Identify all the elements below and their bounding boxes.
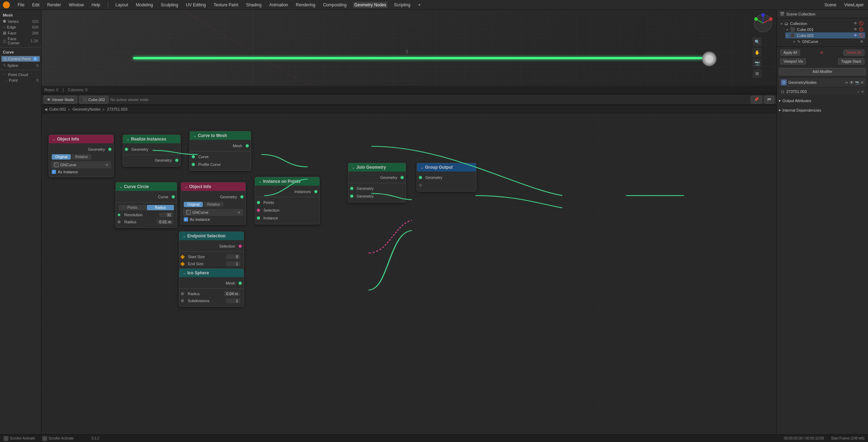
cube002-restrict-icon[interactable]: 🚫: [859, 33, 864, 38]
cube002-item[interactable]: ▸ ⬛ Cube.002 👁 🚫: [785, 32, 865, 38]
objectinfo1-original-btn[interactable]: Original: [52, 154, 71, 160]
collapse-icon-endpoint[interactable]: ⌄: [183, 234, 186, 238]
gncurve-eye-icon[interactable]: 👁: [860, 39, 864, 44]
node-curve-to-mesh[interactable]: ⌄ Curve to Mesh Mesh Curve: [189, 131, 251, 171]
workspace-shading[interactable]: Shading: [245, 2, 263, 8]
menu-help[interactable]: Help: [90, 2, 102, 8]
curvecircle-points-tab[interactable]: Points: [119, 205, 146, 210]
cube001-eye-icon[interactable]: 👁: [854, 27, 857, 32]
icosphere-radius-value[interactable]: 0.04 m: [224, 291, 240, 296]
viewport-3d[interactable]: 🔍 ✋ 📷 ⊞ Rows: 0 | Columns: 0 ⇕: [42, 10, 776, 94]
node-editor[interactable]: 👁 Viewer Node ⬛ Cube.002 No active viewe…: [42, 94, 776, 442]
node-object-info-1[interactable]: ⌄ Object Info Geometry Original Relative: [49, 135, 114, 177]
scroller2-item[interactable]: ↕ Scroller Activate: [42, 436, 74, 441]
apply-all-btn[interactable]: Apply All: [780, 50, 800, 56]
collapse-icon-instanceonpoints[interactable]: ⌄: [258, 180, 261, 183]
collapse-icon-curvetomesh[interactable]: ⌄: [193, 134, 196, 138]
endpoint-startsize-value[interactable]: 0: [226, 254, 240, 259]
icosphere-subdiv-value[interactable]: 1: [226, 298, 240, 303]
internal-dependencies-header[interactable]: ▸ Internal Dependencies: [779, 107, 866, 113]
cube001-restrict-icon[interactable]: 🚫: [859, 27, 864, 32]
collection-root[interactable]: ▸ 🗂 Collection 👁 🚫: [780, 20, 865, 26]
breadcrumb-cube002[interactable]: Cube.002: [49, 107, 66, 111]
cube002-eye-icon[interactable]: 👁: [854, 33, 857, 38]
viewlayer-name[interactable]: ViewLayer: [843, 2, 865, 8]
workspace-layout[interactable]: Layout: [114, 2, 130, 8]
curvecircle-radius-tab[interactable]: Radius: [147, 205, 174, 210]
node-object-info-2[interactable]: ⌄ Object Info Geometry Original Relative: [181, 182, 246, 225]
collapse-icon-objectinfo2[interactable]: ⌄: [185, 185, 187, 189]
node-instance-on-points[interactable]: ⌄ Instance on Points Instances Points: [255, 177, 320, 224]
workspace-compositing[interactable]: Compositing: [321, 2, 348, 8]
toggle-stack-btn[interactable]: Toggle Stack: [838, 58, 864, 64]
modifier-expand-icon[interactable]: ⤢: [857, 90, 860, 94]
scene-name[interactable]: Scene: [823, 2, 838, 8]
modifier-value-row[interactable]: ⬡ 273751.003 ⤢ ✕: [779, 88, 866, 95]
collection-eye-icon[interactable]: 👁: [854, 21, 857, 26]
vp-hand-icon[interactable]: ✋: [753, 48, 762, 57]
viewport-vis-btn[interactable]: Viewport Vis: [780, 58, 806, 64]
viewport-split-handle[interactable]: ⇕: [405, 49, 409, 55]
workspace-modeling[interactable]: Modeling: [135, 2, 155, 8]
vp-zoom-icon[interactable]: 🔍: [753, 37, 762, 46]
objectinfo2-checkbox[interactable]: ✓: [184, 217, 188, 222]
objectinfo2-original-btn[interactable]: Original: [184, 202, 203, 207]
menu-file[interactable]: File: [16, 2, 26, 8]
workspace-geonodes[interactable]: Geometry Nodes: [353, 2, 388, 8]
delete-all-btn[interactable]: Delete All: [843, 50, 864, 56]
modifier-edit-icon[interactable]: ✏: [845, 81, 848, 85]
modifier-eye-icon[interactable]: 👁: [850, 80, 854, 85]
modifier-render-icon[interactable]: 📷: [855, 81, 859, 85]
cube001-item[interactable]: ▸ ⬛ Cube.001 👁 🚫: [785, 26, 865, 32]
breadcrumb-geonodes[interactable]: GeometryNodes: [73, 107, 101, 111]
menu-render[interactable]: Render: [46, 2, 62, 8]
modifier-entry[interactable]: ⬡ GeometryNodes ✏ 👁 📷 ✕: [779, 78, 866, 87]
pin-btn[interactable]: 📌: [751, 96, 762, 104]
workspace-rendering[interactable]: Rendering: [294, 2, 317, 8]
scroller1-item[interactable]: ↕ Scroller Activate: [4, 436, 35, 441]
delete-all-icon[interactable]: ✕: [820, 50, 824, 55]
viewer-node-btn[interactable]: 👁 Viewer Node: [44, 96, 77, 104]
workspace-sculpting[interactable]: Sculpting: [160, 2, 180, 8]
objectinfo1-relative-btn[interactable]: Relative: [71, 154, 91, 160]
curvecircle-rad-value[interactable]: 0.01 m: [157, 219, 173, 224]
controlpoint-row[interactable]: ⬡ Control Point 0: [1, 56, 40, 62]
objectinfo1-close-btn[interactable]: ✕: [105, 163, 108, 167]
node-curve-circle[interactable]: ⌄ Curve Circle Curve Points Radius: [115, 182, 177, 228]
workspace-animation[interactable]: Animation: [268, 2, 289, 8]
node-ico-sphere[interactable]: ⌄ Ico Sphere Mesh Radius 0.04 m: [179, 268, 244, 307]
endpoint-endsize-value[interactable]: 1: [226, 261, 240, 266]
vp-grid-icon[interactable]: ⊞: [753, 69, 762, 78]
modifier-close-icon[interactable]: ✕: [861, 80, 864, 85]
output-attributes-header[interactable]: ▸ Output Attributes: [779, 97, 866, 104]
modifier-unlink-icon[interactable]: ✕: [861, 90, 864, 94]
node-join-geometry[interactable]: ⌄ Join Geometry Geometry Geometry: [348, 163, 406, 203]
collapse-icon-1[interactable]: ⌄: [52, 137, 55, 141]
collapse-icon-realize[interactable]: ⌄: [126, 137, 129, 141]
node-realize-instances[interactable]: ⌄ Realize Instances Geometry Geometry: [123, 135, 181, 167]
workspace-scripting[interactable]: Scripting: [393, 2, 412, 8]
filter-btn[interactable]: ⛿: [764, 96, 774, 104]
workspace-add[interactable]: +: [417, 2, 422, 8]
gncurve-item[interactable]: ▸ ∿ GNCurve 👁: [792, 38, 865, 44]
collapse-icon-icosphere[interactable]: ⌄: [183, 271, 186, 275]
objectinfo1-checkbox[interactable]: ✓: [52, 170, 56, 174]
breadcrumb-back[interactable]: ◀: [44, 107, 47, 112]
objectinfo2-close-btn[interactable]: ✕: [237, 210, 241, 215]
curvecircle-res-value[interactable]: 32: [159, 212, 173, 217]
collection-restrict-icon[interactable]: 🚫: [859, 21, 864, 26]
node-group-output[interactable]: ⌄ Group Output Geometry: [417, 163, 476, 192]
collapse-icon-curvecircle[interactable]: ⌄: [119, 185, 122, 189]
workspace-texturepaint[interactable]: Texture Paint: [212, 2, 240, 8]
collapse-icon-groupoutput[interactable]: ⌄: [420, 166, 423, 169]
node-canvas[interactable]: ⌄ Object Info Geometry Original Relative: [42, 113, 776, 442]
menu-window[interactable]: Window: [67, 2, 85, 8]
objectinfo1-selector[interactable]: ⬛ GNCurve ✕: [51, 161, 111, 168]
vp-camera-icon[interactable]: 📷: [753, 58, 762, 68]
breadcrumb-modifier-id[interactable]: 273751.003: [107, 107, 127, 111]
node-endpoint-selection[interactable]: ⌄ Endpoint Selection Selection Start Siz…: [179, 231, 244, 270]
workspace-uvediting[interactable]: UV Editing: [185, 2, 207, 8]
objectinfo2-selector[interactable]: ⬛ GNCurve ✕: [183, 209, 243, 216]
menu-edit[interactable]: Edit: [31, 2, 41, 8]
add-modifier-btn[interactable]: Add Modifier: [779, 68, 866, 75]
